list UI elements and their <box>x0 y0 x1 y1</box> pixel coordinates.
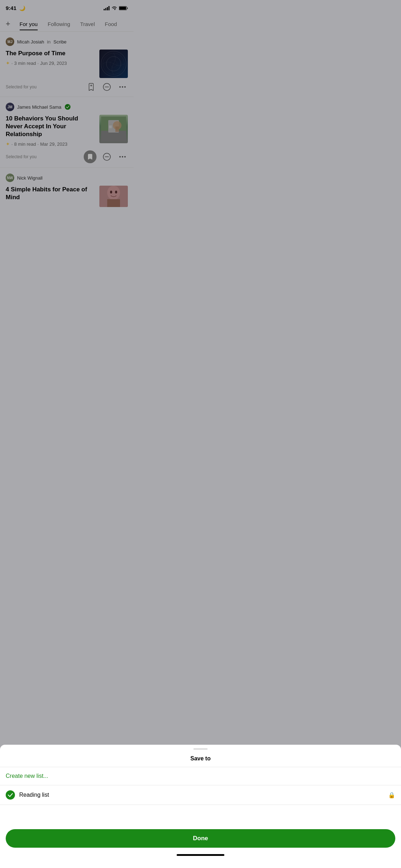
bottom-sheet-overlay[interactable] <box>0 0 134 289</box>
